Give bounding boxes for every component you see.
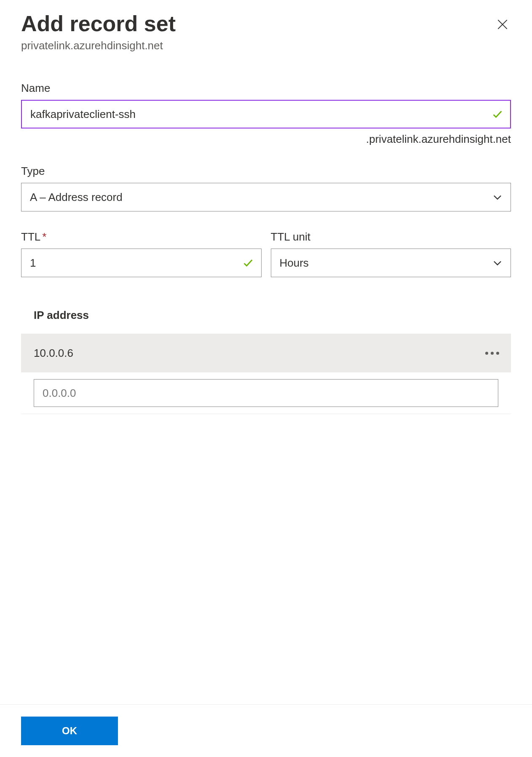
ip-address-value: 10.0.0.6 — [34, 347, 73, 360]
ip-address-row: 10.0.0.6 — [21, 334, 511, 372]
page-subtitle: privatelink.azurehdinsight.net — [21, 39, 511, 52]
name-label: Name — [21, 82, 511, 95]
name-input[interactable] — [21, 100, 511, 128]
close-icon — [496, 18, 509, 31]
check-icon — [242, 257, 254, 269]
type-select[interactable]: A – Address record — [21, 183, 511, 211]
type-label: Type — [21, 165, 511, 178]
name-suffix: .privatelink.azurehdinsight.net — [21, 133, 511, 146]
ok-button[interactable]: OK — [21, 717, 118, 745]
ttl-unit-select[interactable]: Hours — [271, 249, 511, 277]
ttl-label: TTL* — [21, 230, 262, 243]
ip-address-header: IP address — [21, 309, 511, 334]
close-button[interactable] — [494, 16, 511, 33]
ttl-unit-label: TTL unit — [271, 230, 511, 243]
ttl-input[interactable] — [21, 249, 262, 277]
required-indicator: * — [42, 230, 46, 243]
check-icon — [492, 108, 503, 120]
more-options-button[interactable] — [483, 349, 502, 357]
page-title: Add record set — [21, 12, 176, 36]
ip-address-input[interactable] — [34, 379, 498, 407]
ellipsis-icon — [485, 352, 488, 355]
